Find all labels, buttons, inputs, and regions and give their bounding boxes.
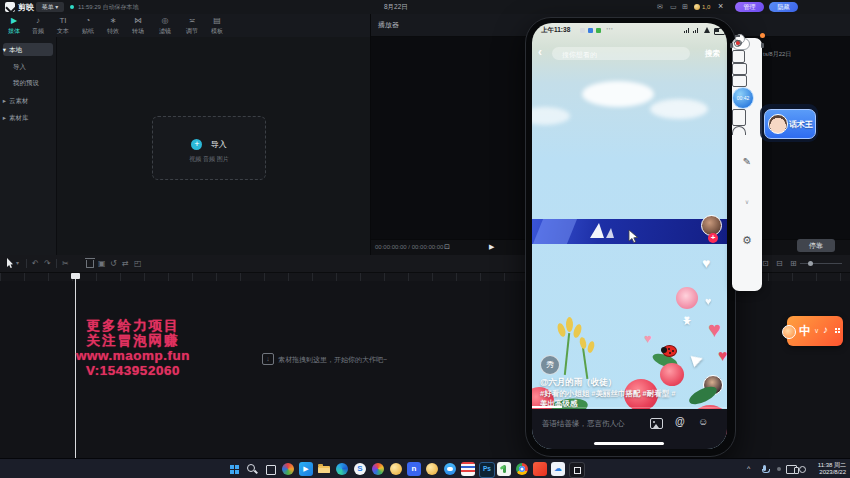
layout-grid-icon[interactable]: ⊞ [682,3,688,11]
link-icon[interactable]: ⊟ [776,259,783,268]
search-placeholder: 搜你想看的 [562,50,597,60]
tab-media[interactable]: ▶媒体 [2,16,26,36]
playhead-handle[interactable] [71,273,80,279]
app-n-icon[interactable]: n [407,462,421,476]
share-icon[interactable] [691,351,711,368]
tray-chevron-icon[interactable]: ^ [747,465,750,472]
phone-screen[interactable]: 上午11:38 ⋯ ‹ 搜你想看的 搜索 [532,23,727,449]
tab-audio[interactable]: ♪音频 [26,16,50,36]
delete-icon[interactable] [86,260,94,268]
author-username[interactable]: @六月的雨（收徒） [540,377,616,389]
media-icon: ▶ [2,16,26,26]
split-icon[interactable]: ✂ [62,259,69,268]
edge-browser-icon[interactable] [335,462,349,476]
like-icon[interactable]: ♥ [702,255,710,271]
watermark-line: 更多给力项目 [18,318,248,333]
hashtags-line1[interactable]: #好看的小姐姐 #美丽丝巾搭配 #耐看型 # [540,389,705,399]
device-icon[interactable] [732,109,746,126]
tab-adjust[interactable]: ≍调节 [180,16,204,36]
message-icon[interactable]: ✉ [657,3,663,11]
app-red-icon[interactable] [533,462,547,476]
import-dropzone[interactable]: + 导入 视频 音频 图片 [152,116,266,180]
crop-icon[interactable]: ◰ [134,259,142,268]
app-green-icon[interactable] [497,462,511,476]
resource-tabbar: ▶媒体 ♪音频 TI文本 ◔贴纸 ∗特效 ⋈转场 ◎滤镜 ≍调节 ▤模板 [0,14,370,38]
settings-gear-icon[interactable]: ⚙ [732,234,762,247]
mirror-hide-button[interactable]: 隐藏 [769,2,798,12]
sidebar-item-local[interactable]: ▾本地 [0,43,56,56]
timer-bubble[interactable]: 00:42 [732,87,754,109]
display-icon[interactable]: ▭ [670,3,677,11]
headset-support-icon[interactable] [732,126,746,135]
tab-effects[interactable]: ∗特效 [101,16,125,36]
play-button[interactable]: ▶ [489,243,494,251]
timeline-zoom-slider[interactable] [800,263,842,264]
mention-icon[interactable]: @ [675,416,685,427]
jianying-logo-text: 剪映 [18,2,34,13]
app-rainbow-icon[interactable] [371,462,385,476]
taskbar-search[interactable] [245,462,259,476]
mirror-icon[interactable]: ⇄ [122,259,129,268]
chat-app-icon[interactable] [443,462,457,476]
assistant-widget[interactable]: 话术王 [760,104,818,142]
search-input[interactable]: 搜你想看的 [552,47,690,60]
follow-button[interactable]: + [708,233,718,243]
cloud-drive-icon[interactable]: ☁ [551,462,565,476]
tab-template[interactable]: ▤模板 [205,16,229,36]
phone-mirror-window[interactable]: 上午11:38 ⋯ ‹ 搜你想看的 搜索 [525,17,736,457]
emoji-icon[interactable]: ☺ [698,416,708,427]
preview-axis-icon[interactable]: ⊞ [790,259,797,268]
tab-transition[interactable]: ⋈转场 [126,16,150,36]
snap-icon[interactable]: ⊡ [762,259,769,268]
fullscreen-icon[interactable] [732,50,745,63]
freeze-frame-icon[interactable]: ▣ [98,259,106,268]
sidebar-item-library[interactable]: ▸素材库 [0,111,56,124]
assistant-pill[interactable]: 话术王 [764,109,816,139]
annotate-pen-icon[interactable]: ✎ [732,156,762,167]
menu-button[interactable]: 菜单 ▾ [36,2,64,12]
cursor-dropdown-icon[interactable]: ▾ [16,259,19,268]
screenshot-icon[interactable] [732,63,747,75]
app-hive-icon[interactable] [281,462,295,476]
select-cursor-icon[interactable] [6,258,14,269]
search-button[interactable]: 搜索 [705,49,720,59]
cloud-decor [532,107,570,125]
app-swirl-icon[interactable]: S [353,462,367,476]
app-gold-icon-1[interactable] [389,462,403,476]
reverse-icon[interactable]: ↺ [110,259,117,268]
fullscreen-icon[interactable]: ⊡ [444,243,450,251]
photoshop-icon[interactable]: Ps [479,462,495,478]
chrome-icon[interactable] [515,462,529,476]
sidebar-item-cloud[interactable]: ▸云素材 [0,94,56,107]
ime-toolbar[interactable]: 中 ∨ ♪ [787,316,843,346]
app-gold-icon-2[interactable] [425,462,439,476]
taskbar-clock[interactable]: 11:38 周二 2023/8/22 [808,462,846,476]
tray-settings-icon[interactable] [799,466,806,473]
ime-language-mode[interactable]: 中 [799,323,811,340]
close-button[interactable]: × [718,1,723,11]
undo-icon[interactable]: ↶ [32,259,39,268]
tab-sticker[interactable]: ◔贴纸 [76,16,100,36]
ime-handle[interactable] [782,325,796,339]
ime-grid-icon[interactable] [835,328,837,330]
app-stripes-icon[interactable] [461,462,475,476]
points-badge[interactable]: 1,0 [694,3,710,12]
tray-status-dot[interactable] [777,467,781,471]
start-button[interactable] [227,462,241,476]
tab-filter[interactable]: ◎滤镜 [153,16,177,36]
app-dark-icon[interactable] [569,462,585,478]
microphone-tray-icon[interactable] [763,465,766,471]
comment-input[interactable]: 善语结善缘，恶言伤人心 [542,419,625,429]
task-view-button[interactable] [263,462,277,476]
tab-text[interactable]: TI文本 [51,16,75,36]
image-icon[interactable] [650,418,663,429]
mirror-dock-button[interactable]: 停靠 [797,239,835,252]
cast-display-icon[interactable] [786,465,797,474]
back-icon[interactable]: ‹ [538,45,542,59]
music-note-icon[interactable]: ♪ [823,324,828,335]
file-explorer-icon[interactable] [317,462,331,476]
screen-record-icon[interactable] [732,75,747,87]
redo-icon[interactable]: ↷ [44,259,51,268]
mirror-manage-button[interactable]: 管理 [735,2,764,12]
video-app-icon[interactable]: ▶ [299,462,313,476]
